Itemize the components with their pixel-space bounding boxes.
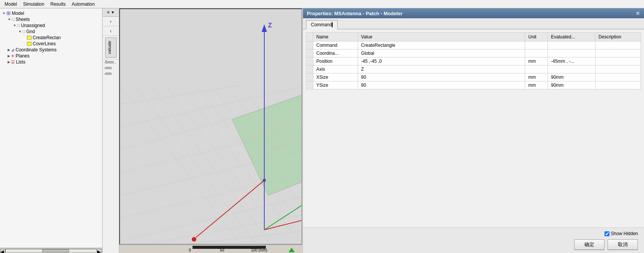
th-evaluated: Evaluated...	[548, 33, 595, 41]
tree-item-lists[interactable]: ▶ ☰ Lists	[2, 59, 101, 65]
cell-description	[595, 81, 641, 89]
collapse-arrow-icon: ‹	[110, 28, 112, 34]
row-selector	[306, 65, 313, 73]
cell-unit	[525, 41, 548, 49]
expand-icon-gnd: ▼	[18, 30, 22, 33]
tab-command[interactable]: Command	[306, 20, 338, 29]
table-header-row: Name Value Unit Evaluated... Description	[306, 33, 641, 41]
shape-icon-1	[27, 36, 32, 40]
dialog-close-btn[interactable]: ✕	[636, 10, 640, 16]
table-row[interactable]: Command CreateRectangle	[306, 41, 641, 49]
expand-icon-lists: ▶	[8, 60, 10, 64]
viewport-svg: Z	[120, 9, 301, 244]
cell-value[interactable]: CreateRectangle	[358, 41, 525, 49]
tree-item-coverlines[interactable]: ▶ CoverLines	[2, 41, 101, 47]
show-hidden-label[interactable]: Show Hidden	[611, 231, 638, 236]
viewport-3d[interactable]: Z	[119, 8, 302, 245]
cell-value[interactable]: Z	[358, 65, 525, 73]
sheets-icon: □	[12, 17, 14, 22]
table-row[interactable]: Axis Z	[306, 65, 641, 73]
eval-value-2: -mm	[103, 65, 119, 71]
tree-label-coverlines: CoverLines	[33, 41, 56, 46]
table-body: Command CreateRectangle Coordina... Glob…	[306, 41, 641, 89]
tree-label-createrect: CreateRectan	[33, 35, 61, 40]
table-container: Name Value Unit Evaluated... Description…	[303, 29, 644, 228]
cell-unit: mm	[525, 57, 548, 65]
cell-value[interactable]: 90	[358, 73, 525, 81]
cell-value[interactable]: Global	[358, 49, 525, 57]
model-icon: ⊞	[6, 10, 11, 16]
tree-item-coordsys[interactable]: ▶ ⊿ Coordinate Systems	[2, 47, 101, 53]
row-selector	[306, 73, 313, 81]
button-row: 确定 取消	[309, 239, 638, 250]
tree-item-model[interactable]: ▼ ⊞ Model	[2, 10, 101, 16]
scroll-right-btn[interactable]: ▶	[97, 249, 102, 253]
show-hidden-row: Show Hidden	[309, 231, 638, 236]
table-row[interactable]: YSize 90 mm 90mm	[306, 81, 641, 89]
main-content: ▼ ⊞ Model ▼ □ Sheets ▼ □ Unassigned ▼ □	[0, 8, 644, 253]
viewport-wrapper: Z 0	[119, 8, 302, 253]
expand-icon-model: ▼	[2, 11, 6, 15]
th-description: Description	[595, 33, 641, 41]
properties-dialog: Properties: MSAntenna - Patch - Modeler …	[302, 8, 644, 253]
menu-item-model[interactable]: Model	[2, 1, 20, 8]
menu-item-automation[interactable]: Automation	[69, 1, 98, 8]
table-row[interactable]: Coordina... Global	[306, 49, 641, 57]
dialog-titlebar: Properties: MSAntenna - Patch - Modeler …	[303, 8, 644, 18]
ruler-label-0: 0	[189, 248, 191, 252]
shape-icon-2	[27, 42, 32, 46]
cell-description	[595, 49, 641, 57]
planes-icon: ✈	[11, 54, 14, 59]
tree-item-planes[interactable]: ▶ ✈ Planes	[2, 53, 101, 59]
tree-hscrollbar[interactable]: ◀ ▶	[0, 248, 102, 253]
eval-content: valuate -5mm , -mm -mm	[103, 36, 119, 253]
menu-item-results[interactable]: Results	[47, 1, 69, 8]
expand-toggle[interactable]: ›	[103, 17, 119, 26]
scroll-track[interactable]	[5, 249, 97, 253]
th-name: Name	[313, 33, 358, 41]
menu-item-simulation[interactable]: Simulation	[20, 1, 47, 8]
evaluate-btn[interactable]: valuate	[105, 37, 117, 57]
cell-evaluated: 90mm	[548, 73, 595, 81]
cell-evaluated: -45mm , -...	[548, 57, 595, 65]
cell-name: Coordina...	[313, 49, 358, 57]
cell-name: XSize	[313, 73, 358, 81]
row-selector	[306, 57, 313, 65]
tree-label-unassigned: Unassigned	[21, 23, 45, 28]
cancel-button[interactable]: 取消	[608, 239, 638, 250]
ruler-triangle	[289, 248, 295, 252]
scroll-left-btn[interactable]: ◀	[0, 249, 5, 253]
cell-unit: mm	[525, 73, 548, 81]
left-panel: ▼ ⊞ Model ▼ □ Sheets ▼ □ Unassigned ▼ □	[0, 8, 103, 253]
expand-icon-sheets: ▼	[8, 18, 11, 21]
show-hidden-checkbox[interactable]	[605, 231, 609, 236]
panel-close-btn[interactable]: ✕ ▼	[103, 8, 119, 17]
cell-value[interactable]: -45 ,-45 ,0	[358, 57, 525, 65]
cell-unit	[525, 65, 548, 73]
eval-value-1: -5mm ,	[103, 59, 119, 65]
tab-cursor	[332, 22, 333, 27]
tree-container: ▼ ⊞ Model ▼ □ Sheets ▼ □ Unassigned ▼ □	[0, 8, 102, 248]
table-row[interactable]: Position -45 ,-45 ,0 mm -45mm , -...	[306, 57, 641, 65]
tree-item-unassigned[interactable]: ▼ □ Unassigned	[2, 22, 101, 29]
th-selector	[306, 33, 313, 41]
cell-evaluated	[548, 49, 595, 57]
row-selector	[306, 49, 313, 57]
cell-value[interactable]: 90	[358, 81, 525, 89]
tree-label-coordsys: Coordinate Systems	[16, 47, 57, 53]
tree-item-createrect[interactable]: ▶ CreateRectan	[2, 35, 101, 41]
properties-table: Name Value Unit Evaluated... Description…	[306, 32, 641, 89]
confirm-button[interactable]: 确定	[574, 239, 605, 250]
tree-item-sheets[interactable]: ▼ □ Sheets	[2, 16, 101, 22]
tree-item-gnd[interactable]: ▼ □ Gnd	[2, 29, 101, 35]
cell-evaluated	[548, 65, 595, 73]
table-row[interactable]: XSize 90 mm 90mm	[306, 73, 641, 81]
expand-icon-coordsys: ▶	[8, 48, 10, 52]
collapse-toggle[interactable]: ‹	[103, 26, 119, 36]
cell-name: Position	[313, 57, 358, 65]
th-value: Value	[358, 33, 525, 41]
evaluate-panel: ✕ ▼ › ‹ valuate -5mm , -mm -mm	[103, 8, 119, 253]
expand-arrow-icon: ›	[110, 18, 112, 24]
scroll-thumb[interactable]	[42, 249, 69, 252]
cell-description	[595, 73, 641, 81]
